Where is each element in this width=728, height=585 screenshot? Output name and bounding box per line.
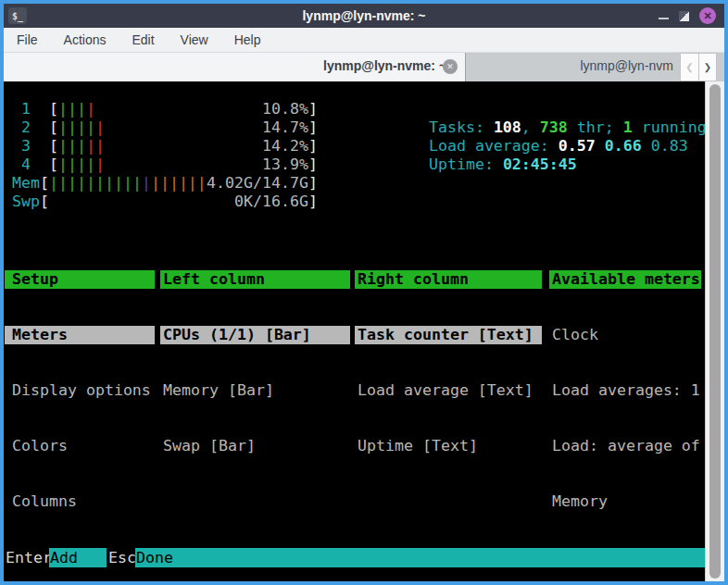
cpu3-label: 3 — [12, 137, 49, 156]
tab-close-icon[interactable]: ✕ — [443, 59, 458, 74]
done-action-button[interactable]: Done — [135, 548, 705, 567]
setup-item-colors[interactable]: Colors — [5, 437, 155, 455]
add-action-button[interactable]: Add — [49, 548, 107, 567]
tasks-line: Tasks: 108, 738 thr; 1 running — [355, 100, 705, 118]
cpu3-bar-red: || — [86, 137, 105, 156]
cpu3-bar-green: ||| — [58, 137, 86, 156]
swap-meter: Swp[0K/16.6G] — [12, 193, 318, 211]
menu-view[interactable]: View — [168, 32, 221, 47]
cpu1-bar-red: | — [86, 100, 95, 118]
cpu2-value: 14.7% — [262, 118, 308, 137]
cpu2-bar-green: |||| — [58, 118, 95, 137]
right-column-item-uptime[interactable]: Uptime [Text] — [355, 437, 542, 455]
setup-item-columns[interactable]: Columns — [5, 492, 155, 511]
cpu3-value: 14.2% — [262, 137, 308, 156]
right-column-item-load-average[interactable]: Load average [Text] — [355, 381, 542, 400]
tab-prev-icon[interactable]: ❮ — [680, 53, 698, 81]
left-column-item-memory[interactable]: Memory [Bar] — [160, 381, 350, 400]
left-column-item-cpus[interactable]: CPUs (1/1) [Bar] — [160, 326, 350, 344]
left-column-header: Left column — [160, 270, 350, 289]
memory-meter: Mem[|||||||||||||||||4.02G/14.7G] — [12, 174, 318, 193]
load-15min: 0.83 — [651, 137, 688, 155]
menu-actions[interactable]: Actions — [51, 32, 119, 47]
terminal-window: $_ lynmp@lyn-nvme: ~ ✕ File Actions Edit… — [0, 0, 728, 585]
scrollbar-track[interactable] — [705, 81, 724, 581]
menu-file[interactable]: File — [4, 32, 51, 47]
menubar: File Actions Edit View Help — [4, 28, 724, 53]
cpu4-meter: 4[|||||13.9%] — [12, 156, 318, 174]
meter-item-load-average-of[interactable]: Load: average of — [549, 437, 701, 455]
tab-active-label[interactable]: lynmp@lyn-nvme: ~ — [323, 58, 446, 73]
maximize-icon[interactable] — [679, 11, 689, 21]
right-column-panel: Right column Task counter [Text] Load av… — [355, 233, 542, 492]
esc-key-label[interactable]: Esc — [107, 548, 135, 567]
memory-bar-green: |||||||||| — [49, 174, 142, 193]
meter-item-load-averages[interactable]: Load averages: 1 — [549, 381, 701, 400]
load-average-line: Load average: 0.57 0.66 0.83 — [355, 118, 688, 137]
cpu4-value: 13.9% — [262, 156, 308, 174]
cpu2-meter: 2[|||||14.7%] — [12, 118, 318, 137]
htop-setup-screen: 1[||||10.8%] 2[|||||14.7%] 3[|||||14.2%]… — [4, 81, 705, 581]
meter-item-memory[interactable]: Memory — [549, 492, 701, 511]
tab-scroll-arrows: ❮ ❯ — [680, 53, 717, 81]
close-window-icon[interactable]: ✕ — [699, 7, 716, 24]
cpu1-label: 1 — [12, 100, 49, 118]
cpu1-bar-green: ||| — [58, 100, 86, 118]
window-title: lynmp@lyn-nvme: ~ — [4, 8, 724, 23]
available-meters-header: Available meters — [549, 270, 701, 289]
cpu2-bar-red: | — [95, 118, 105, 137]
tabbar: lynmp@lyn-nvme: ~ ✕ lynmp@lyn-nvm ❮ ❯ — [4, 53, 724, 81]
left-column-panel: Left column CPUs (1/1) [Bar] Memory [Bar… — [160, 233, 350, 492]
tab-inactive-label[interactable]: lynmp@lyn-nvm — [580, 58, 673, 73]
cpu4-bar-red: | — [95, 156, 105, 174]
cpu2-label: 2 — [12, 118, 49, 137]
memory-bar-blue: | — [142, 174, 151, 193]
titlebar[interactable]: $_ lynmp@lyn-nvme: ~ ✕ — [4, 4, 724, 28]
memory-value: 4.02G/14.7G — [207, 174, 308, 193]
setup-panel: Setup Meters Display options Colors Colu… — [5, 233, 155, 548]
uptime-value: 02:45:45 — [503, 156, 577, 173]
cpu1-meter: 1[||||10.8%] — [12, 100, 318, 118]
right-column-header: Right column — [355, 270, 542, 289]
memory-bar-orange: |||||| — [151, 174, 207, 193]
menu-help[interactable]: Help — [221, 32, 274, 47]
setup-item-display-options[interactable]: Display options — [5, 381, 155, 400]
menu-edit[interactable]: Edit — [119, 32, 167, 47]
memory-label: Mem — [12, 174, 40, 193]
scrollbar-thumb[interactable] — [709, 84, 721, 579]
cpu1-value: 10.8% — [262, 100, 308, 118]
cpu3-meter: 3[|||||14.2%] — [12, 137, 318, 156]
uptime-line: Uptime: 02:45:45 — [355, 137, 577, 156]
load-5min: 0.66 — [605, 137, 651, 155]
swap-value: 0K/16.6G — [234, 193, 308, 211]
tab-next-icon[interactable]: ❯ — [698, 53, 717, 81]
meter-item-clock[interactable]: Clock — [549, 326, 701, 344]
swap-label: Swp — [12, 193, 40, 211]
right-column-item-task-counter[interactable]: Task counter [Text] — [355, 326, 542, 344]
function-key-bar: Enter Add Esc Done — [4, 548, 705, 567]
available-meters-panel: Available meters Clock Load averages: 1 … — [549, 233, 701, 581]
cpu4-label: 4 — [12, 156, 49, 174]
cpu4-bar-green: |||| — [58, 156, 95, 174]
minimize-icon[interactable] — [659, 18, 669, 19]
enter-key-label[interactable]: Enter — [4, 548, 49, 567]
left-column-item-swap[interactable]: Swap [Bar] — [160, 437, 350, 455]
setup-panel-header: Setup — [5, 270, 155, 289]
setup-item-meters[interactable]: Meters — [5, 326, 155, 344]
